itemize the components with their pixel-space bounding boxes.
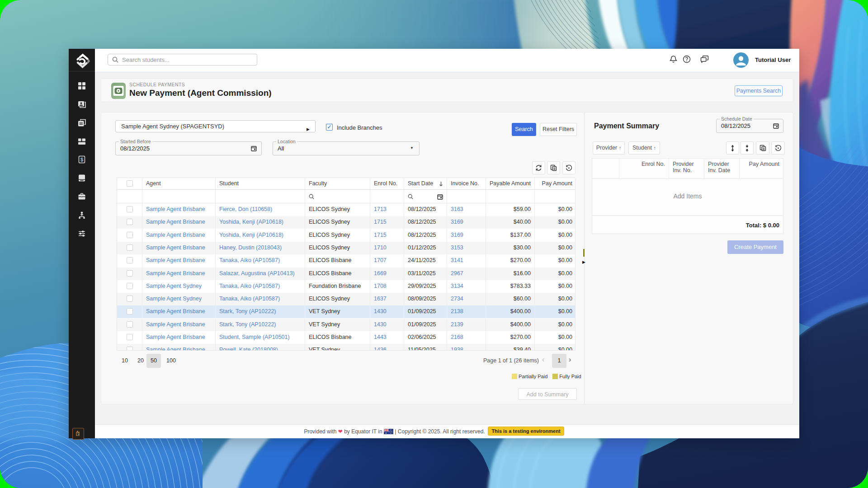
svg-text:$: $ <box>80 157 83 162</box>
